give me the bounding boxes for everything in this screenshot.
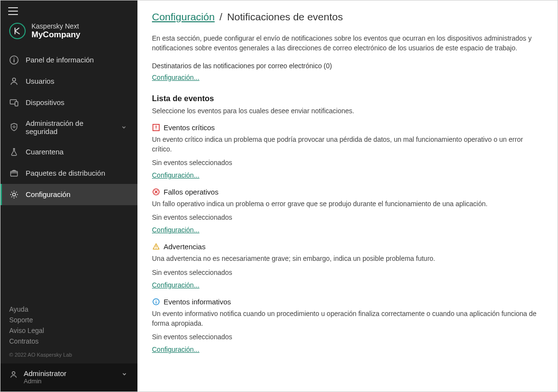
sidebar-nav: Panel de información Usuarios Dispositiv… bbox=[0, 49, 137, 205]
user-icon bbox=[9, 370, 18, 379]
breadcrumb-root[interactable]: Configuración bbox=[152, 11, 215, 22]
sidebar: Kaspersky Next MyCompany Panel de inform… bbox=[0, 0, 137, 392]
recipients-configure-link[interactable]: Configuración... bbox=[152, 74, 199, 81]
svg-point-7 bbox=[12, 372, 15, 375]
brand-logo-icon bbox=[9, 23, 26, 39]
event-desc: Una advertencia no es necesariamente gra… bbox=[152, 254, 543, 263]
event-desc: Un fallo operativo indica un problema o … bbox=[152, 199, 543, 209]
event-group-critical: Eventos críticos Un evento crítico indic… bbox=[152, 123, 543, 180]
footer-link-legal[interactable]: Aviso Legal bbox=[9, 327, 129, 334]
event-group-info: Eventos informativos Un evento informati… bbox=[152, 298, 543, 354]
flask-icon bbox=[9, 147, 19, 157]
sidebar-item-users[interactable]: Usuarios bbox=[0, 71, 137, 92]
sidebar-item-label: Cuarentena bbox=[26, 148, 63, 156]
svg-point-4 bbox=[13, 126, 15, 128]
intro-text: En esta sección, puede configurar el env… bbox=[152, 33, 543, 53]
event-group-operational: Fallos operativos Un fallo operativo ind… bbox=[152, 188, 543, 234]
critical-icon bbox=[152, 123, 160, 131]
event-title-text: Fallos operativos bbox=[164, 188, 218, 196]
warnings-configure-link[interactable]: Configuración... bbox=[152, 281, 199, 289]
sidebar-item-quarantine[interactable]: Cuarentena bbox=[0, 141, 137, 163]
brand-line1: Kaspersky Next bbox=[31, 23, 80, 30]
user-role: Admin bbox=[24, 377, 66, 385]
sidebar-item-packages[interactable]: Paquetes de distribución bbox=[0, 163, 137, 184]
chevron-down-icon bbox=[119, 124, 129, 130]
menu-toggle[interactable] bbox=[0, 0, 137, 20]
sidebar-item-label: Configuración bbox=[26, 190, 71, 198]
footer-link-support[interactable]: Soporte bbox=[9, 316, 129, 324]
svg-point-6 bbox=[13, 193, 15, 196]
svg-rect-5 bbox=[11, 171, 17, 176]
operational-configure-link[interactable]: Configuración... bbox=[152, 226, 199, 234]
svg-rect-3 bbox=[15, 102, 18, 106]
user-block[interactable]: Administrator Admin bbox=[0, 363, 137, 392]
event-list-heading: Lista de eventos bbox=[152, 94, 543, 103]
svg-point-1 bbox=[13, 78, 15, 81]
sidebar-item-panel[interactable]: Panel de información bbox=[0, 49, 137, 71]
breadcrumb-separator: / bbox=[219, 11, 222, 22]
info-icon bbox=[152, 298, 160, 305]
event-none: Sin eventos seleccionados bbox=[152, 269, 543, 276]
event-title-text: Eventos informativos bbox=[164, 298, 231, 306]
sidebar-item-label: Administración de seguridad bbox=[26, 119, 112, 136]
devices-icon bbox=[9, 98, 19, 107]
copyright: © 2022 AO Kaspersky Lab bbox=[9, 352, 129, 358]
breadcrumb: Configuración / Notificaciones de evento… bbox=[152, 11, 543, 23]
user-name: Administrator bbox=[24, 369, 66, 377]
event-desc: Un evento informativo notifica cuando un… bbox=[152, 309, 543, 329]
user-icon bbox=[9, 76, 19, 86]
sidebar-footer: Ayuda Soporte Aviso Legal Contratos © 20… bbox=[0, 305, 137, 363]
sidebar-item-label: Paquetes de distribución bbox=[26, 169, 105, 177]
warning-icon bbox=[152, 243, 160, 251]
sidebar-item-label: Dispositivos bbox=[26, 98, 64, 106]
sidebar-item-devices[interactable]: Dispositivos bbox=[0, 92, 137, 113]
event-title-text: Advertencias bbox=[164, 242, 206, 251]
sidebar-item-settings[interactable]: Configuración bbox=[0, 184, 137, 205]
recipients-label: Destinatarios de las notificaciones por … bbox=[152, 62, 543, 70]
event-group-warnings: Advertencias Una advertencia no es neces… bbox=[152, 242, 543, 288]
shield-settings-icon bbox=[9, 122, 19, 132]
critical-configure-link[interactable]: Configuración... bbox=[152, 171, 199, 179]
package-icon bbox=[9, 168, 19, 178]
sidebar-item-label: Panel de información bbox=[26, 56, 94, 64]
brand: Kaspersky Next MyCompany bbox=[0, 20, 137, 49]
event-none: Sin eventos seleccionados bbox=[152, 159, 543, 166]
operational-failure-icon bbox=[152, 188, 160, 196]
event-list-sub: Seleccione los eventos para los cuales d… bbox=[152, 107, 543, 115]
gear-icon bbox=[9, 190, 19, 199]
footer-link-contracts[interactable]: Contratos bbox=[9, 337, 129, 345]
brand-line2: MyCompany bbox=[31, 30, 80, 40]
chevron-down-icon bbox=[120, 371, 129, 377]
breadcrumb-current: Notificaciones de eventos bbox=[227, 11, 343, 22]
sidebar-item-label: Usuarios bbox=[26, 77, 54, 85]
event-none: Sin eventos seleccionados bbox=[152, 213, 543, 221]
info-configure-link[interactable]: Configuración... bbox=[152, 346, 199, 353]
event-title-text: Eventos críticos bbox=[164, 123, 215, 132]
event-none: Sin eventos seleccionados bbox=[152, 333, 543, 341]
info-circle-icon bbox=[9, 55, 19, 65]
footer-link-help[interactable]: Ayuda bbox=[9, 305, 129, 313]
event-desc: Un evento crítico indica un problema que… bbox=[152, 135, 543, 154]
sidebar-item-security[interactable]: Administración de seguridad bbox=[0, 113, 137, 141]
main-content: Configuración / Notificaciones de evento… bbox=[137, 0, 558, 392]
hamburger-icon bbox=[8, 7, 18, 15]
